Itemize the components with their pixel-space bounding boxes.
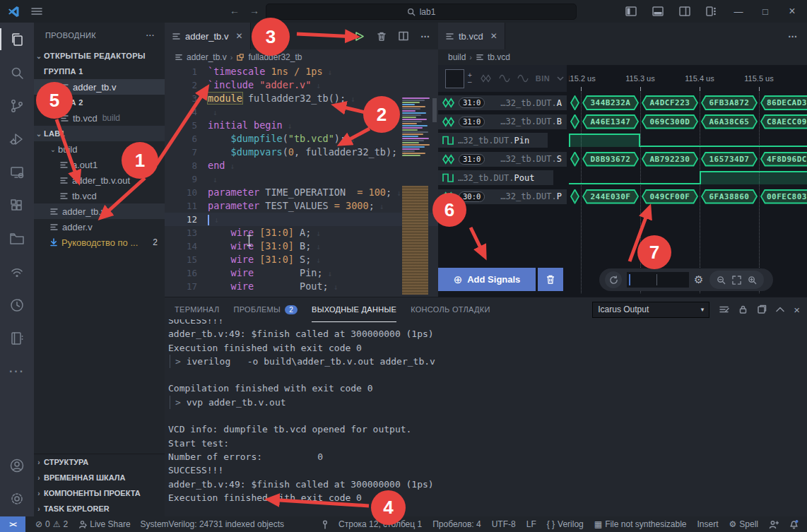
analog-wave-icon[interactable] bbox=[499, 74, 510, 83]
toggle-secondary-sidebar-icon[interactable] bbox=[674, 0, 695, 23]
systemverilog-indexer-status[interactable]: SystemVerilog: 24731 indexed objects bbox=[141, 519, 284, 529]
signal-row-pin[interactable]: …32_tb.DUT.Pin bbox=[438, 133, 548, 148]
section-task-explorer[interactable]: ›TASK EXPLORER bbox=[34, 501, 165, 516]
wave-settings-gear-icon[interactable]: ⚙ bbox=[694, 273, 703, 286]
task-timer-icon[interactable] bbox=[0, 288, 34, 321]
project-manager-icon[interactable] bbox=[0, 222, 34, 255]
nav-forward-icon[interactable]: → bbox=[249, 5, 259, 16]
editor-more-icon[interactable]: ⋯ bbox=[420, 31, 430, 42]
tree-item-adder-tb-v[interactable]: adder_tb.v bbox=[34, 203, 165, 219]
refresh-icon[interactable] bbox=[605, 271, 622, 288]
indentation-status[interactable]: Пробелов: 4 bbox=[432, 519, 481, 529]
remove-signals-button[interactable] bbox=[538, 268, 563, 291]
section--[interactable]: ›СТРУКТУРА bbox=[34, 454, 165, 470]
account-icon[interactable] bbox=[0, 449, 34, 482]
search-sidebar-icon[interactable] bbox=[0, 56, 34, 89]
code-editor[interactable]: 1`timescale 1ns / 1ps↓2`include "adder.v… bbox=[165, 65, 438, 297]
format-select[interactable]: BIN bbox=[536, 74, 564, 83]
lock-scroll-icon[interactable] bbox=[738, 305, 748, 314]
zoom-out-small-icon[interactable]: – bbox=[468, 78, 472, 85]
tree-item--[interactable]: Руководство по ...2 bbox=[34, 235, 165, 250]
code-line-3[interactable]: 3module fulladder32_tb();↓ bbox=[165, 92, 438, 105]
trash-icon[interactable] bbox=[377, 31, 387, 42]
live-share-status[interactable]: Live Share bbox=[78, 519, 130, 529]
notebook-icon[interactable] bbox=[0, 321, 34, 355]
code-line-16[interactable]: 16 wire Pin;↓ bbox=[165, 266, 438, 280]
signal-row-s[interactable]: 31:0…32_tb.DUT.S bbox=[438, 152, 567, 167]
time-input[interactable] bbox=[627, 272, 689, 288]
signal-row-pout[interactable]: …32_tb.DUT.Pout bbox=[438, 170, 553, 185]
color-swatch[interactable] bbox=[445, 69, 464, 88]
output-console[interactable]: SUCCESS!!!adder_tb.v:49: $finish called … bbox=[165, 319, 807, 516]
breadcrumb-folder[interactable]: build bbox=[448, 52, 466, 62]
language-mode-status[interactable]: { }Verilog bbox=[547, 519, 584, 529]
zoom-out-icon[interactable] bbox=[717, 276, 726, 285]
port-status-icon[interactable] bbox=[322, 520, 328, 529]
code-line-1[interactable]: 1`timescale 1ns / 1ps↓ bbox=[165, 65, 438, 78]
breadcrumb-file[interactable]: tb.vcd bbox=[488, 52, 510, 62]
signal-row-b[interactable]: 31:0…32_tb.DUT.B bbox=[438, 114, 567, 129]
open-editors-header[interactable]: ⌄ОТКРЫТЫЕ РЕДАКТОРЫ bbox=[34, 48, 165, 64]
tree-item-tb-vcd[interactable]: tb.vcd bbox=[34, 188, 165, 203]
toggle-sidebar-icon[interactable] bbox=[620, 0, 642, 23]
maximize-panel-icon[interactable] bbox=[776, 307, 784, 312]
code-line-13[interactable]: 13 wire [31:0] A;↓ bbox=[165, 226, 438, 240]
feedback-person-icon[interactable] bbox=[769, 520, 779, 529]
problems-status[interactable]: ⊘0 ⚠2 bbox=[35, 519, 68, 529]
section--[interactable]: ›ВРЕМЕННАЯ ШКАЛА bbox=[34, 470, 165, 485]
synthesizable-status[interactable]: ▦File not synthesizable bbox=[594, 519, 687, 529]
output-channel-select[interactable]: Icarus Output ▾ bbox=[592, 302, 709, 318]
insert-mode-status[interactable]: Insert bbox=[697, 519, 719, 529]
code-line-17[interactable]: 17 wire Pout;↓ bbox=[165, 280, 438, 293]
scrollbar[interactable] bbox=[432, 98, 437, 122]
toggle-panel-icon[interactable] bbox=[647, 0, 668, 23]
tab-close-icon[interactable]: ✕ bbox=[490, 31, 497, 41]
signal-row-a[interactable]: 31:0…32_tb.DUT.A bbox=[438, 95, 567, 110]
remote-explorer-icon[interactable] bbox=[0, 155, 34, 189]
section--[interactable]: ›КОМПОНЕНТЫ ПРОЕКТА bbox=[34, 485, 165, 501]
tab-tb-vcd[interactable]: tb.vcd ✕ bbox=[438, 23, 505, 49]
spell-status[interactable]: ⚙Spell bbox=[729, 519, 758, 529]
editor-group-1-header[interactable]: ГРУППА 1 bbox=[34, 64, 165, 79]
more-views-icon[interactable]: ··· bbox=[0, 355, 34, 388]
panel-tab-консоль-отладки[interactable]: КОНСОЛЬ ОТЛАДКИ bbox=[411, 297, 490, 321]
zoom-in-icon[interactable] bbox=[748, 276, 757, 285]
code-line-6[interactable]: 6 $dumpfile("tb.vcd");↓ bbox=[165, 132, 438, 146]
eol-status[interactable]: LF bbox=[526, 519, 536, 529]
code-line-15[interactable]: 15 wire [31:0] S;↓ bbox=[165, 253, 438, 266]
tab-close-icon[interactable]: ✕ bbox=[235, 31, 242, 41]
source-control-icon[interactable] bbox=[0, 89, 34, 122]
command-center-search[interactable]: lab1 bbox=[266, 4, 577, 20]
code-line-11[interactable]: 11parameter TEST_VALUES = 3000;↓ bbox=[165, 199, 438, 213]
panel-tab-терминал[interactable]: ТЕРМИНАЛ bbox=[175, 297, 219, 321]
close-window-icon[interactable]: × bbox=[782, 0, 803, 23]
tab-adder-tb[interactable]: adder_tb.v ✕ bbox=[165, 23, 251, 49]
panel-tab-проблемы[interactable]: ПРОБЛЕМЫ2 bbox=[233, 297, 298, 321]
wave-breadcrumb[interactable]: build › tb.vcd bbox=[438, 49, 807, 66]
wave-lanes[interactable]: 344B232AA4DCF2236FB3A87286DECAD3A46E1347… bbox=[569, 92, 807, 297]
open-in-editor-icon[interactable] bbox=[757, 305, 767, 314]
maximize-icon[interactable]: □ bbox=[755, 0, 776, 23]
extensions-icon[interactable] bbox=[0, 189, 34, 222]
analog-wave2-icon[interactable] bbox=[517, 74, 529, 83]
code-line-8[interactable]: 8end↓ bbox=[165, 159, 438, 172]
breadcrumb-file[interactable]: adder_tb.v bbox=[187, 52, 227, 62]
workspace-root-lab1[interactable]: ⌄LAB1 bbox=[34, 126, 165, 141]
bus-format-icon[interactable] bbox=[481, 74, 492, 83]
minimap[interactable] bbox=[399, 97, 432, 295]
code-line-14[interactable]: 14 wire [31:0] B;↓ bbox=[165, 240, 438, 253]
code-line-10[interactable]: 10parameter TIME_OPERATION = 100;↓ bbox=[165, 186, 438, 199]
code-line-12[interactable]: 12↓ bbox=[165, 213, 438, 226]
remote-indicator[interactable]: >< bbox=[0, 516, 25, 532]
editor-more-icon[interactable]: ⋯ bbox=[788, 31, 797, 42]
nav-back-icon[interactable]: ← bbox=[230, 5, 240, 16]
panel-tab-выходные-данные[interactable]: ВЫХОДНЫЕ ДАННЫЕ bbox=[312, 297, 396, 322]
settings-gear-icon[interactable] bbox=[0, 482, 34, 515]
tree-item-adder-v[interactable]: adder.v bbox=[34, 219, 165, 235]
split-editor-icon[interactable] bbox=[399, 31, 408, 41]
code-line-7[interactable]: 7 $dumpvars(0, fulladder32_tb);↓ bbox=[165, 146, 438, 159]
encoding-status[interactable]: UTF-8 bbox=[492, 519, 516, 529]
run-debug-icon[interactable] bbox=[0, 122, 34, 155]
clear-output-icon[interactable] bbox=[719, 305, 729, 314]
minimize-icon[interactable]: — bbox=[728, 0, 749, 23]
